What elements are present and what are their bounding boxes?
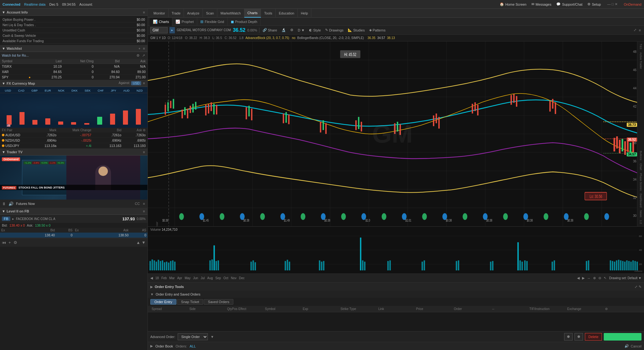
orderbook-audio-btn[interactable]: 🔊 xyxy=(625,344,629,348)
fx-curr-dkk[interactable]: DKK xyxy=(71,89,78,92)
symbol-search-btn[interactable]: ▸ xyxy=(169,27,175,33)
order-type-select[interactable]: Single Order OCO First Triggers xyxy=(178,333,208,340)
symbol-input[interactable] xyxy=(150,27,168,33)
order-paste-btn[interactable]: ⊕ xyxy=(575,333,583,341)
order-maximize-btn[interactable]: ⤢ xyxy=(635,285,637,289)
orders-value[interactable]: ALL xyxy=(190,344,196,348)
setup-button[interactable]: ⚙ Setup xyxy=(587,2,601,6)
footer-scroll-prev[interactable]: ◀ xyxy=(577,276,580,280)
chart-menu-btn[interactable]: ≡ xyxy=(638,28,641,32)
style-btn[interactable]: ◐ Style xyxy=(308,27,322,33)
fx-curr-gbp[interactable]: GBP xyxy=(31,89,38,92)
fx-curr-usd[interactable]: USD xyxy=(5,89,11,92)
timeframe-btn[interactable]: D ▼ xyxy=(297,28,306,33)
fx-curr-nzd[interactable]: NZD xyxy=(136,89,143,92)
fx-currency-button[interactable]: USD xyxy=(131,81,141,85)
nav-monitor[interactable]: Monitor xyxy=(150,9,169,18)
left-nav-down-btn[interactable]: ▼ xyxy=(142,240,146,245)
watchlist-add-icon[interactable]: + xyxy=(138,47,141,50)
rs-12-label[interactable]: 1:2 xyxy=(639,219,642,225)
chart-expand-btn[interactable]: ⤢ xyxy=(633,28,637,32)
chart-tab-charts[interactable]: 📊 Charts xyxy=(150,18,172,26)
rs-chart-label[interactable]: Chart xyxy=(639,162,642,171)
nav-analyze[interactable]: Analyze xyxy=(184,9,203,18)
support-chat-button[interactable]: 💬 Support/Chat xyxy=(556,2,582,6)
analysis-btn[interactable]: 🔬 xyxy=(280,27,287,33)
fx-row-audusd[interactable]: AUD/USD .7262o -.00757 .7261o .7263o xyxy=(0,133,147,138)
order-settings-btn[interactable]: ✎ xyxy=(639,285,641,289)
nav-trade[interactable]: Trade xyxy=(169,9,184,18)
account-menu-icon[interactable]: ≡ xyxy=(142,10,146,14)
rs-news-label[interactable]: News xyxy=(639,209,642,218)
drawings-btn[interactable]: ✎ Drawings xyxy=(324,27,345,33)
messages-button[interactable]: ✉ Messages xyxy=(531,2,551,6)
tv-play-pause-btn[interactable]: ⏸ xyxy=(2,201,6,206)
fx-menu-icon[interactable]: ≡ xyxy=(142,81,146,85)
fx-curr-cad[interactable]: CAD xyxy=(18,89,24,92)
left-nav-prev-btn[interactable]: ⏮ xyxy=(2,240,6,245)
watchlist-row-spy[interactable]: SPY ● 270.25 0 270.94 271.00 xyxy=(0,75,147,80)
ondemand-button[interactable]: OnDemand xyxy=(624,3,641,6)
chart-canvas[interactable]: GM xyxy=(148,42,637,226)
account-info-header[interactable]: ▼ Account Info ≡ xyxy=(0,9,147,16)
home-screen-button[interactable]: 🏠 Home Screen xyxy=(500,2,526,6)
fx-curr-sek[interactable]: SEK xyxy=(85,89,91,92)
watchlist-menu-icon[interactable]: ≡ xyxy=(142,47,146,50)
rs-active-label[interactable]: Active Trader xyxy=(639,51,642,70)
watchlist-row-tisrx[interactable]: TISRX 10.19 0 N/A N/A xyxy=(0,64,147,69)
tv-expand-btn[interactable]: ≡ xyxy=(142,202,146,206)
orderbook-cancel-btn[interactable]: Cancel xyxy=(631,344,641,348)
nav-education[interactable]: Education xyxy=(276,9,298,18)
left-nav-up-btn[interactable]: ▲ xyxy=(136,240,140,245)
fx-curr-nok[interactable]: NOK xyxy=(58,89,64,92)
fx-curr-aud[interactable]: AUD xyxy=(123,89,130,92)
level2-header[interactable]: ▼ Level II on FB ≡ xyxy=(0,208,147,215)
order-sub-expand-icon[interactable]: ▼ xyxy=(150,292,154,296)
studies-btn[interactable]: 📐 Studies xyxy=(347,27,366,33)
order-expand-icon[interactable]: ▶ xyxy=(150,285,153,289)
left-nav-add-btn[interactable]: + xyxy=(8,240,11,245)
watchlist-name[interactable]: Watch list for Ro... xyxy=(2,54,29,57)
realtime-status[interactable]: Realtime data xyxy=(24,3,46,6)
rs-ts-label[interactable]: T&S xyxy=(639,43,642,50)
order-copy-btn[interactable]: ⊕ xyxy=(564,333,573,341)
share-btn[interactable]: 🔗 Share xyxy=(261,27,278,33)
fx-row-nzdusd[interactable]: NZD/USD .6904o -.0025i .6904z .6905i xyxy=(0,138,147,143)
tab-snap-ticket[interactable]: Snap Ticket xyxy=(177,299,203,305)
order-delete-btn[interactable]: Delete xyxy=(585,333,602,341)
fx-row-usdjpy[interactable]: USD/JPY 113.18a +.4i 113.163 113.193 xyxy=(0,143,147,149)
settings-btn[interactable]: ⚙ xyxy=(289,27,295,33)
watchlist-settings-icon[interactable]: ⚙ xyxy=(136,54,140,58)
rs-buttons-label[interactable]: Buttons xyxy=(639,150,642,161)
footer-zoom-in[interactable]: ⊕ xyxy=(593,276,596,280)
level2-menu-icon[interactable]: ≡ xyxy=(142,209,146,213)
nav-help[interactable]: Help xyxy=(298,9,312,18)
nav-marketwatch[interactable]: MarketWatch xyxy=(217,9,244,18)
level2-symbol[interactable]: FB xyxy=(2,217,10,221)
order-footer-arrow[interactable]: ▼ xyxy=(210,335,214,339)
trader-tv-menu-icon[interactable]: ≡ xyxy=(142,150,146,154)
trader-tv-header[interactable]: ▼ Trader TV ≡ xyxy=(0,149,147,155)
nav-charts[interactable]: Charts xyxy=(244,9,261,18)
watchlist-header[interactable]: ▼ Watchlist + ≡ xyxy=(0,45,147,52)
footer-zoom-out[interactable]: ⊖ xyxy=(598,276,601,280)
order-submit-btn[interactable] xyxy=(604,333,641,341)
fx-map-header[interactable]: ▼ FX Currency Map Against: USD ≡ xyxy=(0,80,147,87)
watchlist-export-icon[interactable]: ↗ xyxy=(142,54,146,58)
footer-cursor[interactable]: ↖ xyxy=(604,276,607,280)
tv-caption-btn[interactable]: CC xyxy=(134,202,141,206)
left-nav-settings-btn[interactable]: ⚙ xyxy=(14,240,17,245)
watchlist-row-xar[interactable]: XAR 84.65 0 84.60 89.00 xyxy=(0,69,147,75)
tab-saved-orders[interactable]: Saved Orders xyxy=(204,299,233,305)
nav-scan[interactable]: Scan xyxy=(203,9,217,18)
fx-curr-eur[interactable]: EUR xyxy=(45,89,51,92)
footer-scroll-reset[interactable]: ↔ xyxy=(587,276,591,280)
footer-scroll-next[interactable]: ▶ xyxy=(582,276,585,280)
chart-tab-productdepth[interactable]: ◼ Product Depth xyxy=(228,18,261,26)
orderbook-expand-icon[interactable]: ▶ xyxy=(150,344,153,348)
nav-tools[interactable]: Tools xyxy=(261,9,276,18)
rs-phase-label[interactable]: Phase Scores xyxy=(639,172,642,192)
tv-volume-btn[interactable]: 🔊 xyxy=(8,201,14,206)
patterns-btn[interactable]: ◈ Patterns xyxy=(368,27,387,33)
chart-tab-prophet[interactable]: 📈 Prophet xyxy=(172,18,197,26)
